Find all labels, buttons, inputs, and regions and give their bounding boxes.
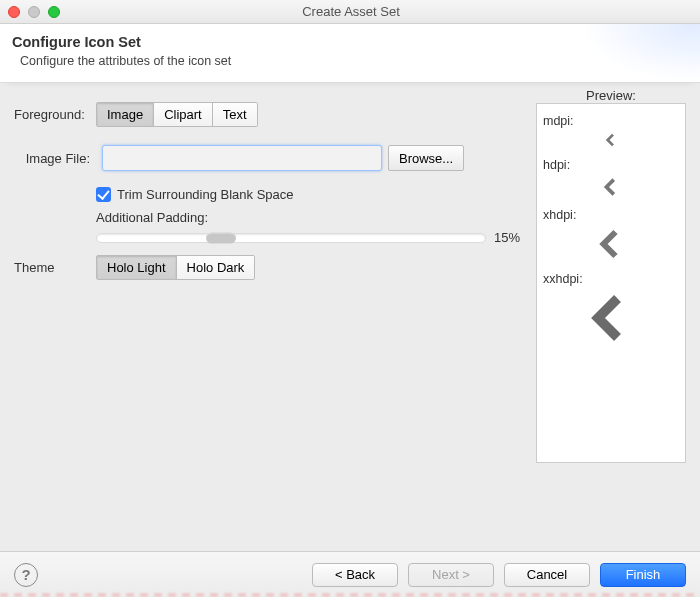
- chevron-left-icon: [543, 172, 679, 202]
- theme-label: Theme: [14, 260, 96, 275]
- tab-image[interactable]: Image: [97, 103, 154, 126]
- page-title: Configure Icon Set: [12, 34, 688, 50]
- preview-size-mdpi: mdpi:: [543, 114, 679, 128]
- preview-label: Preview:: [536, 88, 686, 103]
- theme-holo-dark[interactable]: Holo Dark: [177, 256, 255, 279]
- window-title: Create Asset Set: [10, 4, 692, 19]
- padding-slider[interactable]: [96, 233, 486, 243]
- finish-button[interactable]: Finish: [600, 563, 686, 587]
- preview-panel: Preview: mdpi: hdpi: xhdpi: xxhdpi:: [536, 88, 686, 525]
- content-area: Foreground: Image Clipart Text Image Fil…: [0, 88, 700, 537]
- wizard-footer: ? < Back Next > Cancel Finish: [0, 551, 700, 597]
- theme-holo-light[interactable]: Holo Light: [97, 256, 177, 279]
- cancel-button[interactable]: Cancel: [504, 563, 590, 587]
- image-file-input[interactable]: [102, 145, 382, 171]
- next-button: Next >: [408, 563, 494, 587]
- foreground-label: Foreground:: [14, 107, 96, 122]
- back-button[interactable]: < Back: [312, 563, 398, 587]
- trim-label: Trim Surrounding Blank Space: [117, 187, 294, 202]
- theme-tabs: Holo Light Holo Dark: [96, 255, 255, 280]
- padding-slider-thumb[interactable]: [206, 232, 236, 243]
- tab-clipart[interactable]: Clipart: [154, 103, 213, 126]
- browse-button[interactable]: Browse...: [388, 145, 464, 171]
- tab-text[interactable]: Text: [213, 103, 257, 126]
- chevron-left-icon: [543, 222, 679, 266]
- image-file-label: Image File:: [14, 151, 96, 166]
- preview-box: mdpi: hdpi: xhdpi: xxhdpi:: [536, 103, 686, 463]
- chevron-left-icon: [543, 128, 679, 152]
- preview-size-xhdpi: xhdpi:: [543, 208, 679, 222]
- preview-size-xxhdpi: xxhdpi:: [543, 272, 679, 286]
- preview-size-hdpi: hdpi:: [543, 158, 679, 172]
- chevron-left-icon: [543, 286, 679, 350]
- padding-percent: 15%: [494, 230, 530, 245]
- wizard-header: Configure Icon Set Configure the attribu…: [0, 24, 700, 83]
- foreground-tabs: Image Clipart Text: [96, 102, 258, 127]
- page-subtitle: Configure the attributes of the icon set: [20, 54, 688, 68]
- help-icon[interactable]: ?: [14, 563, 38, 587]
- titlebar: Create Asset Set: [0, 0, 700, 24]
- trim-checkbox[interactable]: [96, 187, 111, 202]
